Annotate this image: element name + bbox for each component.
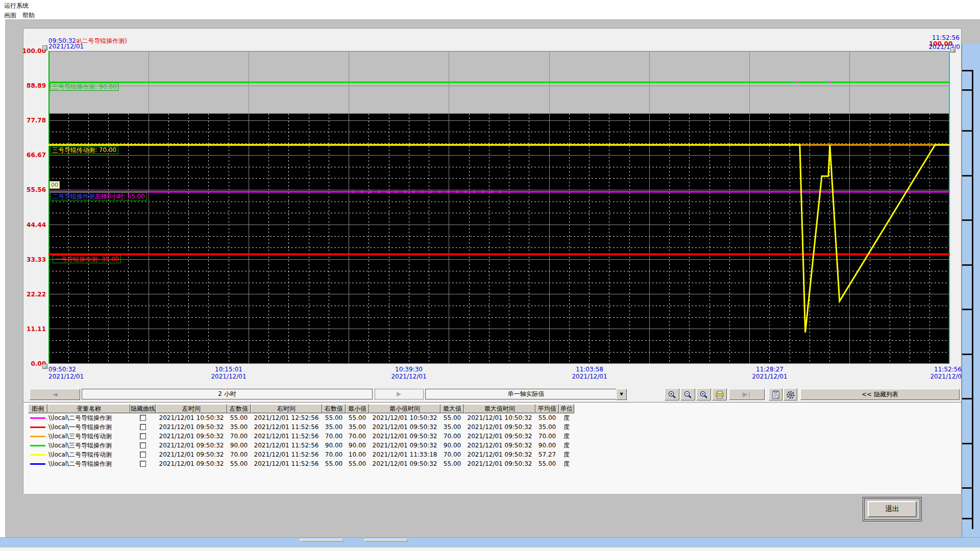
dropdown-arrow-button[interactable]: ▼ — [616, 389, 627, 400]
table-cell-variable-name: \\local\二号导辊传动测 — [47, 450, 130, 459]
table-row[interactable]: \\local\二号导辊传动测2021/12/01 09:50:3270.002… — [28, 450, 574, 459]
table-cell-max: 90.00 — [440, 441, 464, 450]
y-axis-label: 22.22 — [15, 291, 46, 298]
table-cell-legend — [28, 413, 47, 422]
table-cell-max_time: 2021/12/01 09:50:32 — [464, 450, 535, 459]
table-cell-left_value: 55.00 — [227, 459, 251, 468]
trend-plot-svg[interactable] — [48, 51, 950, 364]
time-range-field[interactable]: 2 小时 — [82, 389, 373, 399]
table-cell-hide-curve — [130, 459, 156, 468]
zoom-out-icon — [681, 390, 695, 399]
table-cell-max: 55.00 — [440, 459, 464, 468]
variable-table: 图例变量名称隐藏曲线左时间左数值右时间右数值最小值最小值时间最大值最大值时间平均… — [28, 404, 574, 468]
hide-curve-checkbox[interactable] — [140, 424, 146, 430]
table-cell-min_time: 2021/12/01 09:50:32 — [369, 441, 440, 450]
x-axis-label: 10:15:012021/12/01 — [195, 366, 262, 380]
table-row[interactable]: \\local\三号导辊传动测2021/12/01 09:50:3270.002… — [28, 432, 574, 441]
table-row[interactable]: \\local\二号导辊操作测2021/12/01 09:50:3255.002… — [28, 459, 574, 468]
axis-mode-dropdown[interactable]: 单一轴实际值 — [425, 389, 627, 399]
x-axis-label: 11:28:272021/12/01 — [737, 366, 803, 380]
x-axis-label: 11:03:582021/12/01 — [556, 366, 623, 380]
right-strip-tick — [962, 89, 973, 91]
table-cell-left_value: 55.00 — [227, 413, 251, 422]
zoom-in-button[interactable] — [665, 388, 679, 400]
x-axis: 09:50:322021/12/0110:15:012021/12/0110:3… — [0, 366, 980, 381]
hide-curve-checkbox[interactable] — [140, 433, 146, 439]
table-cell-hide-curve — [130, 422, 156, 432]
table-cell-left_value: 70.00 — [227, 450, 251, 459]
right-strip-tick — [962, 175, 973, 177]
annotation-small-00: 00 — [50, 181, 60, 189]
cursor-date-left: 2021/12/01 — [48, 43, 84, 50]
table-cell-right_value: 55.00 — [322, 413, 346, 422]
table-cell-min: 10.00 — [346, 450, 369, 459]
annotation-roller1-operate: 一号导辊操作测: 35.00 — [53, 255, 121, 263]
table-cell-variable-name: \\local\二号导辊操作测 — [47, 459, 130, 468]
step-forward-button[interactable]: ▶| — [729, 389, 765, 400]
table-row[interactable]: \\local\一号导辊操作测2021/12/01 09:50:3235.002… — [28, 422, 574, 432]
hide-curve-checkbox[interactable] — [140, 442, 146, 448]
table-cell-right_value: 90.00 — [322, 441, 346, 450]
table-cell-max_time: 2021/12/01 09:50:32 — [464, 432, 535, 441]
right-strip-tick — [962, 264, 973, 266]
x-axis-date: 2021/12/01 — [376, 373, 442, 380]
table-cell-min_time: 2021/12/01 10:50:32 — [369, 413, 440, 422]
settings-button[interactable] — [783, 388, 797, 400]
right-edge-strip[interactable] — [962, 43, 980, 537]
right-strip-tick — [962, 398, 973, 399]
hide-list-button[interactable]: << 隐藏列表 — [800, 389, 960, 400]
table-cell-unit: 度 — [559, 432, 574, 441]
printer-icon — [713, 390, 726, 399]
table-cell-right_value: 70.00 — [322, 450, 346, 459]
menu-bar: 画面 帮助 — [0, 10, 980, 19]
table-row[interactable]: \\local\三号导辊操作测2021/12/01 09:50:3290.002… — [28, 441, 574, 450]
table-header-cell: 平均值 — [535, 404, 559, 413]
hide-curve-checkbox[interactable] — [140, 461, 146, 467]
axis-handle-top-left[interactable] — [42, 45, 47, 51]
table-cell-variable-name: \\local\一号导辊操作测 — [47, 422, 130, 432]
table-cell-hide-curve — [130, 432, 156, 441]
table-cell-hide-curve — [130, 450, 156, 459]
report-icon — [769, 390, 782, 399]
table-header-cell: 图例 — [28, 404, 47, 413]
trend-plot[interactable]: 三号导辊操作测: 90.00 三号导辊传动测: 70.00 00 二号导辊操作测… — [48, 51, 950, 364]
table-row[interactable]: \\local\二号导辊操作测2021/12/01 10:50:3255.002… — [28, 413, 574, 422]
table-cell-left_value: 70.00 — [227, 432, 251, 441]
table-cell-max: 55.00 — [440, 413, 464, 422]
scroll-left-button[interactable]: ◄ — [30, 389, 80, 400]
right-strip-tick — [962, 309, 973, 310]
hide-curve-checkbox[interactable] — [140, 452, 146, 458]
table-cell-min_time: 2021/12/01 11:33:18 — [369, 450, 440, 459]
table-cell-avg: 55.00 — [535, 459, 559, 468]
bottom-bar-2[interactable] — [364, 539, 407, 542]
y-axis-label: 55.56 — [15, 186, 46, 193]
table-cell-max: 70.00 — [440, 432, 464, 441]
zoom-out-button[interactable] — [680, 388, 695, 400]
table-cell-left_time: 2021/12/01 09:50:32 — [156, 432, 227, 441]
report-button[interactable] — [769, 388, 782, 400]
table-cell-max_time: 2021/12/01 09:50:32 — [464, 459, 535, 468]
hide-curve-checkbox[interactable] — [140, 415, 146, 421]
zoom-reset-button[interactable] — [696, 388, 711, 400]
table-cell-right_time: 2021/12/01 11:52:56 — [251, 459, 322, 468]
table-cell-left_time: 2021/12/01 09:50:32 — [156, 459, 227, 468]
table-header-cell: 隐藏曲线 — [130, 404, 156, 413]
x-axis-time: 10:15:01 — [195, 366, 262, 373]
table-cell-max: 35.00 — [440, 422, 464, 432]
x-axis-date: 2021/12/0 — [895, 373, 962, 380]
table-header-row: 图例变量名称隐藏曲线左时间左数值右时间右数值最小值最小值时间最大值最大值时间平均… — [28, 404, 574, 413]
y-axis-label: 88.89 — [15, 82, 46, 89]
exit-button[interactable]: 退出 — [868, 501, 917, 517]
axis-handle-top-right[interactable] — [950, 47, 955, 53]
table-cell-unit: 度 — [559, 422, 574, 432]
table-cell-right_value: 70.00 — [322, 432, 346, 441]
x-axis-time: 10:39:30 — [376, 366, 442, 373]
bottom-bar-1[interactable] — [300, 539, 343, 542]
table-cell-legend — [28, 422, 47, 432]
scroll-progress-box[interactable]: ▶ — [375, 389, 424, 399]
legend-color-line — [30, 454, 45, 456]
legend-color-line — [30, 417, 45, 419]
x-axis-date: 2021/12/01 — [195, 373, 262, 380]
table-cell-right_value: 55.00 — [322, 459, 346, 468]
print-button[interactable] — [712, 388, 727, 400]
